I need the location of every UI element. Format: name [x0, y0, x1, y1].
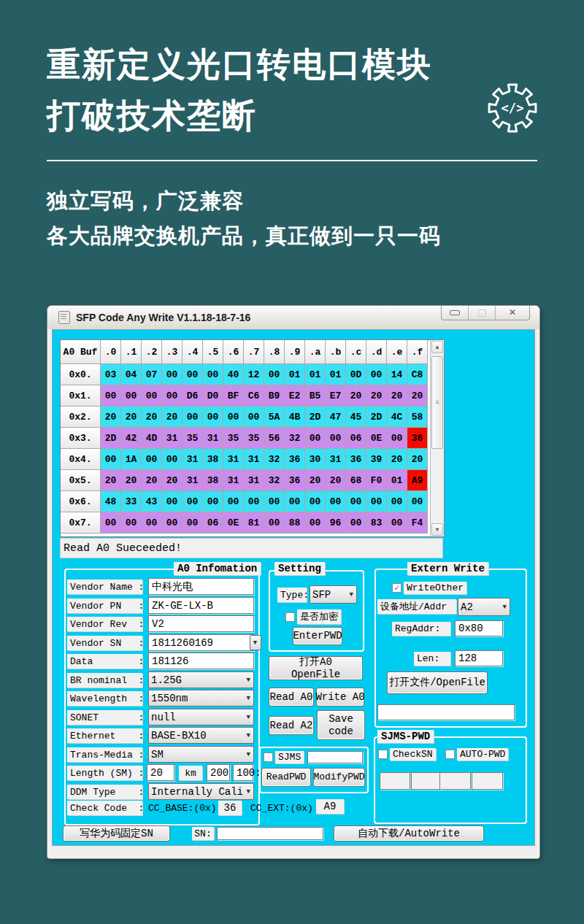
hex-cell[interactable]: 00 — [264, 364, 285, 385]
open-a0-button[interactable]: 打开A0 OpenFile — [269, 656, 363, 680]
hex-cell[interactable]: 32 — [264, 449, 285, 470]
device-addr-select[interactable]: A2▼ — [458, 598, 510, 616]
hex-cell[interactable]: 00 — [101, 512, 121, 534]
data-input[interactable]: 181126 — [148, 652, 254, 669]
write-a0-button[interactable]: Write A0 — [316, 688, 364, 707]
hex-cell[interactable]: 00 — [366, 364, 387, 385]
trans-media-select[interactable]: SM▼ — [148, 746, 254, 763]
hex-cell[interactable]: 01 — [305, 364, 326, 385]
scroll-down-icon[interactable]: ▼ — [431, 523, 443, 536]
sjms-pwd-field-2[interactable] — [411, 772, 442, 790]
check-sn-checkbox[interactable] — [378, 750, 388, 759]
br-nominal-select[interactable]: 1.25G▼ — [148, 671, 254, 688]
hex-cell[interactable]: 4D — [142, 428, 162, 449]
hex-cell[interactable]: 35 — [244, 428, 264, 449]
vendor-rev-input[interactable]: V2 — [148, 615, 254, 632]
hex-cell[interactable]: 20 — [121, 407, 142, 428]
sjms-checkbox[interactable] — [264, 752, 273, 762]
titlebar[interactable]: SFP Code Any Write V1.1.18-18-7-16 ✕ — [47, 306, 539, 329]
auto-pwd-checkbox-row[interactable]: AUTO-PWD — [445, 748, 508, 761]
hex-cell[interactable]: 00 — [346, 512, 366, 534]
hex-cell[interactable]: 20 — [142, 407, 162, 428]
len-input[interactable]: 128 — [455, 650, 503, 666]
hex-cell[interactable]: 36 — [407, 428, 428, 449]
write-other-checkbox[interactable]: ✓ — [392, 583, 402, 593]
hex-cell[interactable]: C8 — [407, 364, 428, 385]
hex-cell[interactable]: 00 — [244, 491, 264, 512]
hex-cell[interactable]: 01 — [285, 364, 305, 385]
hex-cell[interactable]: 40 — [223, 364, 244, 385]
hex-cell[interactable]: A9 — [407, 470, 428, 491]
hex-cell[interactable]: 00 — [182, 512, 203, 534]
hex-cell[interactable]: 07 — [142, 364, 162, 385]
hex-cell[interactable]: 30 — [305, 449, 326, 470]
hex-cell[interactable]: 00 — [305, 512, 326, 534]
hex-cell[interactable]: 04 — [121, 364, 142, 385]
hex-cell[interactable]: E7 — [326, 385, 346, 407]
hex-cell[interactable]: D0 — [203, 385, 223, 407]
hex-cell[interactable]: 88 — [285, 512, 305, 534]
hex-cell[interactable]: 31 — [162, 428, 182, 449]
sonet-select[interactable]: null▼ — [148, 709, 254, 725]
hex-cell[interactable]: 31 — [203, 428, 223, 449]
wavelength-select[interactable]: 1550nm▼ — [148, 690, 254, 707]
length-km-input[interactable]: 20 — [147, 764, 174, 781]
encrypt-checkbox-row[interactable]: 是否加密 — [285, 609, 341, 624]
close-button[interactable]: ✕ — [496, 306, 529, 320]
hex-cell[interactable]: 12 — [244, 364, 264, 385]
hex-cell[interactable]: 00 — [162, 512, 182, 534]
hex-cell[interactable]: 81 — [244, 512, 264, 534]
hex-cell[interactable]: 00 — [182, 364, 203, 385]
hex-cell[interactable]: 00 — [182, 491, 203, 512]
hex-cell[interactable]: 48 — [101, 491, 121, 512]
auto-write-button[interactable]: 自动下载/AutoWrite — [334, 825, 484, 842]
vendor-sn-dropdown-button[interactable]: ▼ — [250, 635, 261, 650]
hex-cell[interactable]: 00 — [223, 407, 244, 428]
hex-cell[interactable]: 20 — [121, 470, 142, 491]
vendor-pn-input[interactable]: ZK-GE-LX-B — [148, 597, 254, 614]
hex-cell[interactable]: 20 — [387, 385, 407, 407]
enter-pwd-button[interactable]: EnterPWD — [293, 627, 342, 645]
hex-cell[interactable]: 00 — [244, 407, 264, 428]
hex-cell[interactable]: 20 — [407, 385, 428, 407]
scroll-up-icon[interactable]: ▲ — [431, 341, 443, 353]
hex-cell[interactable]: C6 — [244, 385, 264, 407]
hex-cell[interactable]: B5 — [305, 385, 326, 407]
sjms-pwd-field-3[interactable] — [439, 772, 471, 790]
hex-cell[interactable]: 20 — [162, 407, 182, 428]
length-200-input[interactable]: 200 — [207, 764, 230, 781]
read-a2-button[interactable]: Read A2 — [269, 716, 314, 735]
save-code-button[interactable]: Save code — [317, 710, 365, 740]
hex-cell[interactable]: 68 — [346, 470, 366, 491]
hex-cell[interactable]: 39 — [366, 449, 387, 470]
hex-cell[interactable]: 00 — [162, 449, 182, 470]
hex-table-scrollbar[interactable]: ▲ ≡ ▼ — [430, 340, 444, 536]
hex-cell[interactable]: 2D — [305, 407, 326, 428]
hex-cell[interactable]: B9 — [264, 385, 285, 407]
hex-cell[interactable]: 00 — [142, 512, 162, 534]
extern-file-path-input[interactable] — [377, 704, 515, 720]
hex-cell[interactable]: 00 — [305, 428, 326, 449]
hex-cell[interactable]: 32 — [264, 470, 285, 491]
read-a0-button[interactable]: Read A0 — [269, 688, 314, 707]
hex-cell[interactable]: 4C — [387, 407, 407, 428]
hex-cell[interactable]: 00 — [203, 364, 223, 385]
hex-cell[interactable]: 00 — [326, 491, 346, 512]
reg-addr-input[interactable]: 0x80 — [455, 620, 503, 636]
hex-cell[interactable]: 00 — [407, 491, 428, 512]
hex-cell[interactable]: 00 — [203, 407, 223, 428]
sn-input[interactable] — [217, 827, 323, 840]
hex-cell[interactable]: 00 — [203, 491, 223, 512]
hex-cell[interactable]: 58 — [407, 407, 428, 428]
hex-cell[interactable]: 14 — [387, 364, 407, 385]
hex-cell[interactable]: 00 — [142, 385, 162, 407]
hex-cell[interactable]: 06 — [346, 428, 366, 449]
hex-cell[interactable]: 00 — [387, 491, 407, 512]
hex-cell[interactable]: 00 — [101, 385, 121, 407]
hex-cell[interactable]: 00 — [162, 385, 182, 407]
hex-cell[interactable]: 56 — [264, 428, 285, 449]
encrypt-checkbox[interactable] — [285, 612, 295, 622]
hex-cell[interactable]: 38 — [203, 449, 223, 470]
hex-cell[interactable]: 00 — [121, 512, 142, 534]
extern-open-file-button[interactable]: 打开文件/OpenFile — [387, 671, 488, 694]
